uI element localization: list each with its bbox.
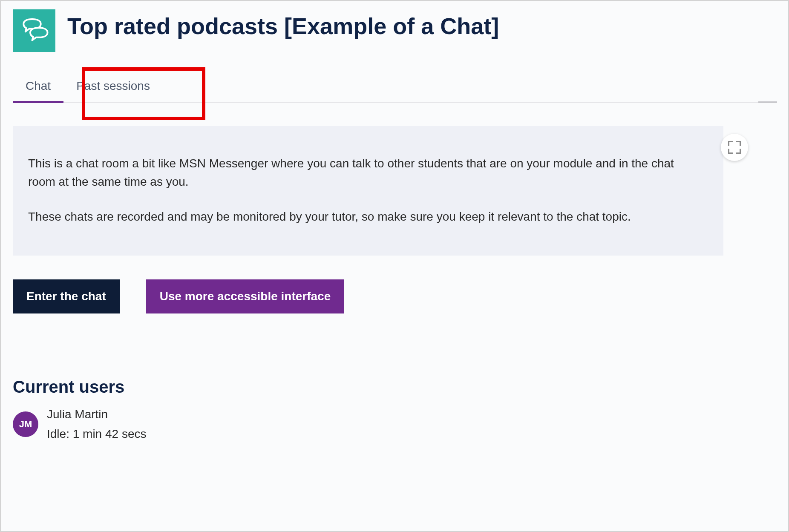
tab-bar: Chat Past sessions [13,72,777,103]
action-button-row: Enter the chat Use more accessible inter… [13,279,777,313]
tab-label: Past sessions [76,79,150,92]
tab-past-sessions[interactable]: Past sessions [63,72,163,102]
expand-icon [727,140,742,155]
tab-divider [758,101,777,103]
description-panel: This is a chat room a bit like MSN Messe… [13,126,723,256]
page-root: Top rated podcasts [Example of a Chat] C… [0,0,789,532]
user-row: JM Julia Martin Idle: 1 min 42 secs [13,408,777,441]
user-name: Julia Martin [47,408,146,421]
user-idle: Idle: 1 min 42 secs [47,427,146,441]
avatar: JM [13,411,38,437]
current-users-section: Current users JM Julia Martin Idle: 1 mi… [13,377,777,441]
page-header: Top rated podcasts [Example of a Chat] [13,9,777,52]
description-paragraph-1: This is a chat room a bit like MSN Messe… [28,154,694,191]
expand-button[interactable] [721,134,748,161]
chat-bubbles-icon [13,9,55,52]
current-users-heading: Current users [13,377,777,397]
description-paragraph-2: These chats are recorded and may be moni… [28,207,694,226]
user-meta: Julia Martin Idle: 1 min 42 secs [47,408,146,441]
page-title: Top rated podcasts [Example of a Chat] [67,13,499,39]
accessible-interface-button[interactable]: Use more accessible interface [146,279,345,313]
tab-label: Chat [26,79,51,92]
enter-chat-button[interactable]: Enter the chat [13,279,120,313]
tab-chat[interactable]: Chat [13,72,63,102]
